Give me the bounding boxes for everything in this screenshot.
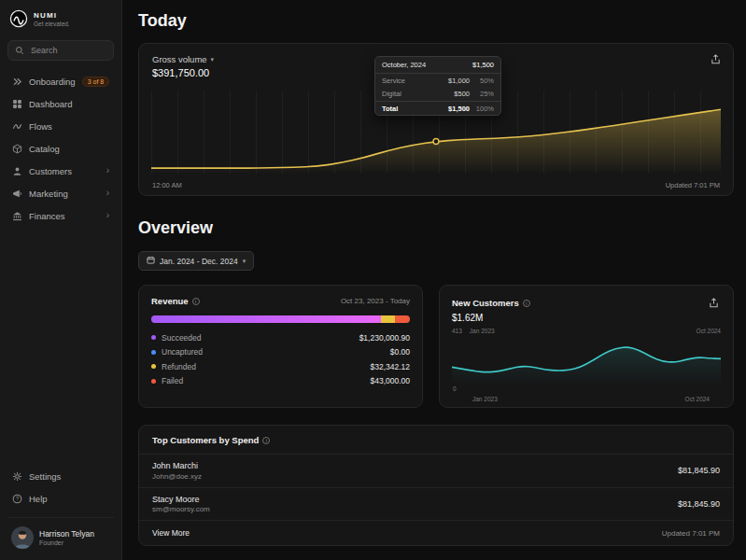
sidebar-item-catalog[interactable]: Catalog (7, 137, 114, 160)
info-icon[interactable]: i (192, 298, 200, 305)
revenue-bar (151, 315, 410, 323)
new-customers-axis-bottom: Jan 2023 Oct 2024 (452, 396, 721, 402)
avatar (11, 526, 34, 549)
revenue-title: Revenue (151, 296, 189, 306)
top-customers-card: Top Customers by Spend i John MarchiJohn… (138, 425, 734, 546)
chevron-down-icon: ▾ (211, 56, 215, 63)
legend-value: $1,230,000.90 (359, 333, 410, 343)
tooltip-row: Total$1,500100% (375, 101, 500, 115)
brand-logo-icon (9, 9, 28, 28)
customer-list: John MarchiJohn@doe.xyz$81,845.90Stacy M… (139, 454, 733, 520)
nav-item-label: Dashboard (29, 99, 72, 109)
tooltip-row: Digital$50025% (375, 87, 500, 100)
date-range-label: Jan. 2024 - Dec. 2024 (160, 257, 238, 266)
customer-row[interactable]: Stacy Mooresm@moorsy.com$81,845.90 (139, 487, 733, 521)
nav-item-label: Settings (29, 471, 61, 482)
sidebar-item-help[interactable]: ?Help (7, 487, 114, 510)
legend-label: Uncaptured (162, 347, 385, 357)
revenue-legend: Succeeded$1,230,000.90Uncaptured$0.00Ref… (151, 330, 410, 388)
nav-item-label: Help (29, 494, 48, 504)
revenue-bar-segment-failed (395, 315, 410, 323)
user-name: Harrison Telyan (39, 529, 94, 539)
user-text: Harrison Telyan Founder (39, 529, 94, 546)
updated-timestamp: Updated 7:01 PM (666, 181, 720, 189)
customer-row[interactable]: John MarchiJohn@doe.xyz$81,845.90 (139, 454, 733, 487)
gross-volume-card: Gross volume ▾ $391,750.00 October, 2024… (138, 43, 734, 196)
sidebar-item-dashboard[interactable]: Dashboard (7, 92, 114, 115)
new-customers-axis-top: 413 Jan 2023 Oct 2024 (452, 328, 721, 334)
gross-volume-label: Gross volume (152, 54, 207, 64)
sidebar-item-finances[interactable]: Finances› (7, 204, 114, 227)
legend-value: $32,342.12 (370, 362, 410, 371)
date-range-picker[interactable]: Jan. 2024 - Dec. 2024 ▾ (138, 251, 254, 271)
search-input[interactable] (29, 45, 106, 56)
customer-amount: $81,845.90 (678, 466, 720, 475)
help-icon: ? (12, 494, 22, 504)
export-icon[interactable] (707, 296, 721, 310)
onboarding-progress-badge: 3 of 8 (82, 77, 110, 87)
export-icon[interactable] (709, 52, 723, 66)
tooltip-total-value: $1,500 (472, 61, 494, 69)
settings-icon (12, 471, 22, 482)
tooltip-row: Service$1,00050% (375, 74, 500, 87)
catalog-icon (12, 144, 22, 154)
sidebar-spacer (7, 227, 114, 455)
revenue-legend-row: Refunded$32,342.12 (151, 359, 410, 374)
sidebar-item-customers[interactable]: Customers› (7, 160, 114, 182)
sidebar-item-marketing[interactable]: Marketing› (7, 182, 114, 204)
customer-email: John@doe.xyz (152, 472, 202, 481)
top-customers-title-wrap: Top Customers by Spend i (152, 435, 270, 445)
view-more-button[interactable]: View More (152, 528, 190, 538)
app-root: NUMI Get elevated. Onboarding3 of 8Dashb… (0, 0, 746, 560)
dashboard-icon (12, 99, 22, 109)
revenue-legend-row: Failed$43,000.00 (151, 374, 410, 389)
info-icon[interactable]: i (523, 300, 530, 307)
finances-icon (12, 211, 22, 221)
search-box[interactable] (7, 40, 114, 61)
main-content: Today Gross volume ▾ $391,750.00 October… (122, 0, 746, 560)
search-icon (15, 42, 24, 59)
sidebar-item-flows[interactable]: Flows (7, 115, 114, 137)
x-axis-start-label: 12:00 AM (152, 181, 182, 189)
x-axis-left-label: Jan 2023 (470, 328, 495, 334)
user-profile[interactable]: Harrison Telyan Founder (7, 517, 114, 551)
new-customers-title-wrap: New Customers i (452, 298, 530, 308)
today-title: Today (138, 11, 734, 31)
nav-item-label: Marketing (29, 189, 68, 199)
revenue-date-range: Oct 23, 2023 - Today (341, 297, 410, 305)
revenue-legend-row: Uncaptured$0.00 (151, 345, 410, 360)
legend-value: $43,000.00 (370, 376, 410, 385)
chevron-right-icon: › (106, 211, 109, 220)
sidebar-item-onboarding[interactable]: Onboarding3 of 8 (7, 70, 114, 92)
brand-tagline: Get elevated. (34, 21, 70, 27)
x-axis-right-label: Oct 2024 (697, 328, 721, 334)
svg-text:?: ? (16, 496, 19, 501)
customers-icon (12, 166, 22, 176)
sidebar-item-settings[interactable]: Settings (7, 465, 114, 487)
legend-label: Refunded (162, 362, 364, 371)
revenue-header: Revenue i Oct 23, 2023 - Today (151, 296, 410, 306)
overview-title: Overview (138, 218, 734, 238)
tooltip-rows: Service$1,00050%Digital$50025%Total$1,50… (375, 74, 500, 115)
customer-name: John Marchi (152, 461, 202, 470)
revenue-legend-row: Succeeded$1,230,000.90 (151, 330, 410, 345)
chart-tooltip: October, 2024 $1,500 Service$1,00050%Dig… (374, 56, 501, 116)
sidebar-nav: Onboarding3 of 8DashboardFlowsCatalogCus… (7, 70, 114, 227)
y-axis-max-label: 413 (452, 328, 462, 334)
info-icon[interactable]: i (262, 437, 270, 444)
legend-dot-icon (151, 364, 156, 369)
chevron-right-icon: › (106, 166, 109, 175)
nav-item-label: Customers (29, 166, 72, 176)
nav-item-label: Catalog (29, 144, 60, 154)
legend-dot-icon (151, 335, 156, 340)
sidebar-footer-nav: Settings?Help (7, 465, 114, 510)
legend-label: Succeeded (162, 333, 354, 343)
gross-volume-metric-selector[interactable]: Gross volume ▾ (152, 54, 214, 64)
onboarding-icon (12, 77, 22, 87)
gross-volume-footer: 12:00 AM Updated 7:01 PM (152, 181, 720, 189)
revenue-card: Revenue i Oct 23, 2023 - Today Succeeded… (138, 285, 423, 408)
overview-cards-row: Revenue i Oct 23, 2023 - Today Succeeded… (138, 285, 734, 408)
new-customers-card: New Customers i $1.62M 413 Jan 2023 Oct … (439, 285, 734, 408)
new-customers-chart (452, 337, 721, 385)
top-customers-title: Top Customers by Spend (152, 435, 259, 445)
